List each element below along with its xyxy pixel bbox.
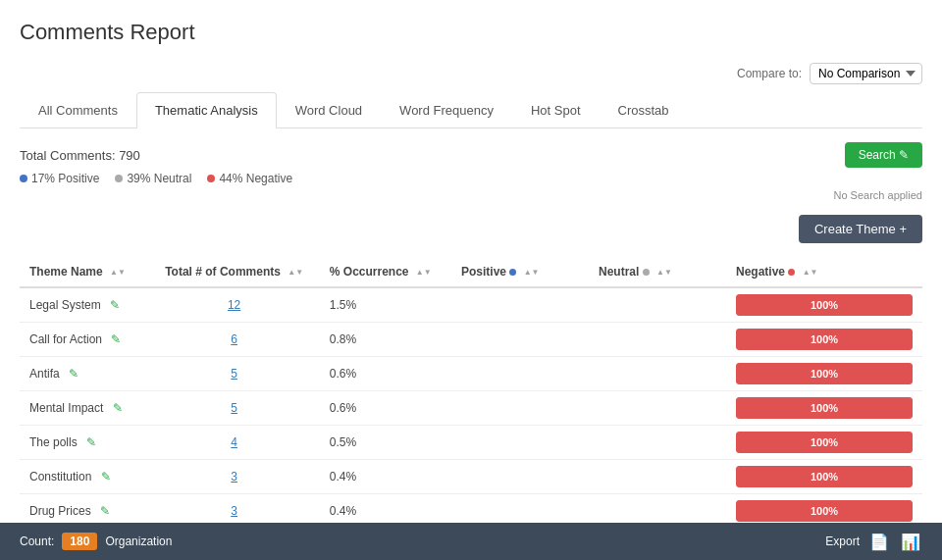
count-link[interactable]: 5: [231, 401, 237, 415]
create-theme-button[interactable]: Create Theme +: [799, 215, 922, 243]
cell-neutral: [589, 426, 726, 460]
cell-count: 3: [148, 460, 319, 494]
table-row: Constitution ✎ 3 0.4% 100%: [20, 460, 922, 494]
edit-icon[interactable]: ✎: [86, 435, 96, 449]
themes-table-wrapper: Theme Name ▲▼ Total # of Comments ▲▼ % O…: [20, 257, 922, 560]
cell-negative: 100%: [726, 287, 922, 323]
col-theme-name: Theme Name ▲▼: [20, 257, 148, 287]
table-row: Legal System ✎ 12 1.5% 100%: [20, 287, 922, 323]
edit-icon[interactable]: ✎: [111, 332, 121, 346]
count-link[interactable]: 6: [231, 332, 237, 346]
cell-negative: 100%: [726, 426, 922, 460]
org-label: Organization: [105, 535, 172, 548]
stats-row: Total Comments: 790 Search ✎: [20, 142, 922, 168]
positive-label: 17% Positive: [31, 172, 99, 185]
search-button[interactable]: Search ✎: [845, 142, 922, 168]
compare-select[interactable]: No Comparison Previous Period: [810, 63, 922, 84]
cell-count: 12: [148, 287, 319, 323]
cell-neutral: [589, 460, 726, 494]
bottom-left: Count: 180 Organization: [20, 533, 172, 550]
themes-table: Theme Name ▲▼ Total # of Comments ▲▼ % O…: [20, 257, 922, 560]
tab-thematic-analysis[interactable]: Thematic Analysis: [136, 92, 277, 128]
count-link[interactable]: 3: [231, 470, 237, 484]
count-link[interactable]: 4: [231, 435, 237, 449]
negative-dot: [207, 175, 215, 182]
edit-icon[interactable]: ✎: [113, 401, 123, 415]
positive-dot: [20, 175, 27, 182]
cell-theme-name: Constitution ✎: [20, 460, 148, 494]
cell-neutral: [589, 391, 726, 426]
table-row: Call for Action ✎ 6 0.8% 100%: [20, 323, 922, 357]
cell-negative: 100%: [726, 323, 922, 357]
tab-hot-spot[interactable]: Hot Spot: [512, 92, 600, 127]
page-title: Comments Report: [20, 20, 922, 45]
table-row: The polls ✎ 4 0.5% 100%: [20, 426, 922, 460]
sort-total-comments[interactable]: ▲▼: [288, 269, 303, 277]
neutral-dot: [115, 175, 123, 182]
table-row: Mental Impact ✎ 5 0.6% 100%: [20, 391, 922, 426]
positive-sentiment: 17% Positive: [20, 172, 99, 185]
cell-neutral: [589, 287, 726, 323]
cell-count: 6: [148, 323, 319, 357]
cell-neutral: [589, 357, 726, 391]
edit-icon[interactable]: ✎: [100, 504, 110, 518]
col-neutral: Neutral ▲▼: [589, 257, 726, 287]
tab-crosstab[interactable]: Crosstab: [600, 92, 688, 127]
cell-occurrence: 0.8%: [320, 323, 451, 357]
neutral-label: 39% Neutral: [127, 172, 191, 185]
cell-count: 4: [148, 426, 319, 460]
col-negative: Negative ▲▼: [726, 257, 922, 287]
export-pdf-button[interactable]: 📄: [867, 533, 891, 551]
tab-all-comments[interactable]: All Comments: [20, 92, 136, 127]
cell-occurrence: 0.6%: [320, 357, 451, 391]
col-total-comments: Total # of Comments ▲▼: [148, 257, 319, 287]
cell-positive: [451, 460, 589, 494]
cell-occurrence: 1.5%: [320, 287, 451, 323]
count-badge: 180: [62, 533, 97, 550]
cell-count: 5: [148, 357, 319, 391]
count-link[interactable]: 3: [231, 504, 237, 518]
cell-negative: 100%: [726, 460, 922, 494]
no-search-label: No Search applied: [20, 189, 922, 201]
bottom-right: Export 📄 📊: [825, 533, 922, 551]
compare-label: Compare to:: [737, 67, 802, 80]
count-label: Count:: [20, 535, 54, 548]
total-comments: Total Comments: 790: [20, 148, 140, 163]
edit-icon[interactable]: ✎: [69, 367, 78, 381]
sort-neutral[interactable]: ▲▼: [656, 269, 672, 277]
export-excel-button[interactable]: 📊: [899, 533, 922, 551]
col-occurrence: % Occurrence ▲▼: [320, 257, 451, 287]
count-link[interactable]: 12: [228, 298, 240, 312]
sort-positive[interactable]: ▲▼: [524, 269, 540, 277]
sort-negative[interactable]: ▲▼: [803, 269, 818, 277]
tab-word-frequency[interactable]: Word Frequency: [381, 92, 512, 127]
cell-positive: [451, 323, 589, 357]
export-label: Export: [825, 535, 860, 548]
cell-count: 5: [148, 391, 319, 426]
edit-icon[interactable]: ✎: [110, 298, 120, 312]
table-row: Antifa ✎ 5 0.6% 100%: [20, 357, 922, 391]
compare-row: Compare to: No Comparison Previous Perio…: [20, 63, 922, 84]
cell-occurrence: 0.5%: [320, 426, 451, 460]
count-link[interactable]: 5: [231, 367, 237, 381]
negative-label: 44% Negative: [219, 172, 292, 185]
cell-theme-name: The polls ✎: [20, 426, 148, 460]
cell-negative: 100%: [726, 391, 922, 426]
negative-sentiment: 44% Negative: [207, 172, 292, 185]
sort-theme-name[interactable]: ▲▼: [110, 269, 126, 277]
neutral-sentiment: 39% Neutral: [115, 172, 191, 185]
create-theme-row: Create Theme +: [20, 215, 922, 243]
cell-positive: [451, 357, 589, 391]
sort-occurrence[interactable]: ▲▼: [416, 269, 432, 277]
cell-positive: [451, 287, 589, 323]
cell-theme-name: Legal System ✎: [20, 287, 148, 323]
cell-positive: [451, 426, 589, 460]
cell-occurrence: 0.4%: [320, 460, 451, 494]
edit-icon[interactable]: ✎: [101, 470, 111, 484]
tab-word-cloud[interactable]: Word Cloud: [277, 92, 381, 127]
cell-theme-name: Call for Action ✎: [20, 323, 148, 357]
cell-neutral: [589, 323, 726, 357]
cell-theme-name: Antifa ✎: [20, 357, 148, 391]
tabs-bar: All Comments Thematic Analysis Word Clou…: [20, 92, 922, 128]
cell-positive: [451, 391, 589, 426]
